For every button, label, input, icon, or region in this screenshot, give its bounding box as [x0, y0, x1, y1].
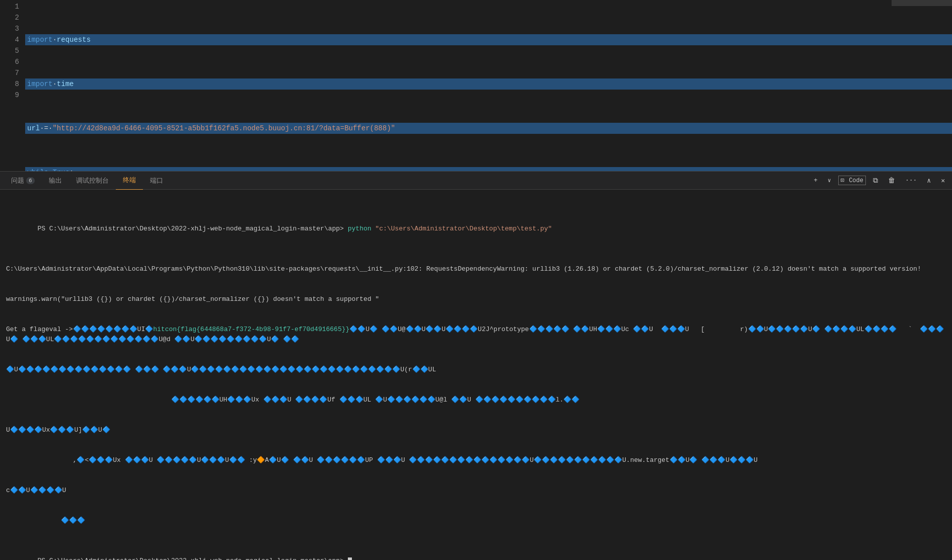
terminal-line-9: c🔷🔷U🔷🔷🔷🔷U [6, 486, 946, 496]
terminal-line-11: PS C:\Users\Administrator\Desktop\2022-x… [6, 546, 946, 560]
tab-terminal-label: 终端 [123, 176, 136, 185]
terminal-icon: ⊡ [841, 177, 844, 184]
terminal-cursor [348, 557, 352, 560]
terminal-content[interactable]: PS C:\Users\Administrator\Desktop\2022-x… [0, 190, 952, 560]
tab-debug[interactable]: 调试控制台 [69, 172, 116, 190]
code-line-2: import·time [25, 78, 952, 90]
terminal-line-4: Get a flageval ->🔷🔷🔷🔷🔷🔷🔷🔷UI🔷hitcon{flag{… [6, 325, 946, 345]
panel-toolbar: + ∨ ⊡ Code ⧉ 🗑 ··· ∧ ✕ [811, 176, 948, 186]
tab-problems-label: 问题 [11, 176, 24, 185]
line-num-6: 6 [0, 56, 19, 67]
line-num-4: 4 [0, 34, 19, 45]
line-num-3: 3 [0, 23, 19, 34]
close-panel-button[interactable]: ✕ [938, 176, 948, 186]
chevron-up-button[interactable]: ∧ [924, 176, 934, 186]
tab-debug-label: 调试控制台 [76, 176, 109, 185]
tab-problems[interactable]: 问题 6 [4, 172, 42, 190]
terminal-line-10: 🔷🔷🔷 [6, 516, 946, 526]
terminal-prompt-1: PS C:\Users\Administrator\Desktop\2022-x… [37, 225, 347, 232]
line-num-7: 7 [0, 67, 19, 78]
code-line-1: import·requests [25, 34, 952, 45]
terminal-line-5: 🔷U🔷🔷🔷🔷🔷🔷🔷🔷🔷🔷🔷🔷🔷🔷 🔷🔷🔷 🔷🔷🔷U🔷🔷🔷🔷🔷🔷🔷🔷🔷🔷🔷🔷🔷🔷🔷… [6, 365, 946, 375]
panel-tabs: 问题 6 输出 调试控制台 终端 端口 + ∨ ⊡ Code [0, 172, 952, 190]
line-num-5: 5 [0, 45, 19, 56]
line-num-9: 9 [0, 90, 19, 101]
tab-output-label: 输出 [49, 176, 62, 185]
line-num-1: 1 [0, 1, 19, 12]
new-terminal-button[interactable]: + [811, 176, 821, 185]
launch-profile-button[interactable]: ∨ [825, 176, 834, 185]
terminal-line-2: C:\Users\Administrator\AppData\Local\Pro… [6, 264, 946, 274]
code-label: Code [849, 177, 863, 184]
terminal-line-1: PS C:\Users\Administrator\Desktop\2022-x… [6, 214, 946, 244]
code-line-4: while·True: [25, 167, 952, 171]
more-actions-button[interactable]: ··· [902, 176, 920, 185]
tab-port-label: 端口 [150, 176, 163, 185]
code-editor[interactable]: import·requests import·time url·=·"http:… [25, 0, 952, 171]
split-terminal-button[interactable]: ⊡ Code [838, 176, 866, 185]
line-num-2: 2 [0, 12, 19, 23]
app-container: 1 2 3 4 5 6 7 8 9 import·requests import… [0, 0, 952, 560]
scrollbar-indicator [892, 0, 952, 6]
terminal-script-arg: "c:\Users\Administrator\Desktop\temp\tes… [375, 225, 552, 232]
terminal-line-6: 🔷🔷🔷🔷🔷🔷UH🔷🔷🔷Ux 🔷🔷🔷U 🔷🔷🔷🔷Uf 🔷🔷🔷UL 🔷U🔷🔷🔷🔷🔷🔷… [6, 395, 946, 405]
tab-port[interactable]: 端口 [143, 172, 170, 190]
tab-output[interactable]: 输出 [42, 172, 69, 190]
tab-problems-badge: 6 [26, 177, 35, 184]
terminal-prompt-2: PS C:\Users\Administrator\Desktop\2022-x… [37, 557, 347, 560]
code-line-3: url·=·"http://42d8ea9d-6466-4095-8521-a5… [25, 123, 952, 134]
panel-area: 问题 6 输出 调试控制台 终端 端口 + ∨ ⊡ Code [0, 171, 952, 560]
kill-terminal-button[interactable]: 🗑 [885, 176, 898, 186]
line-numbers: 1 2 3 4 5 6 7 8 9 [0, 0, 25, 171]
terminal-line-7: U🔷🔷🔷🔷Ux🔷🔷🔷U]🔷🔷U🔷 [6, 425, 946, 435]
line-num-8: 8 [0, 78, 19, 90]
terminal-line-3: warnings.warn("urllib3 ({}) or chardet (… [6, 294, 946, 304]
tab-terminal[interactable]: 终端 [116, 172, 143, 190]
terminal-python-cmd: python [348, 225, 372, 232]
maximize-panel-button[interactable]: ⧉ [870, 176, 881, 186]
terminal-line-8: ,🔷<🔷🔷🔷Ux 🔷🔷🔷U 🔷🔷🔷🔷🔷U🔷🔷🔷U🔷🔷 :y🔶A🔷U🔷 🔷🔷U 🔷… [6, 455, 946, 465]
editor-area: 1 2 3 4 5 6 7 8 9 import·requests import… [0, 0, 952, 171]
